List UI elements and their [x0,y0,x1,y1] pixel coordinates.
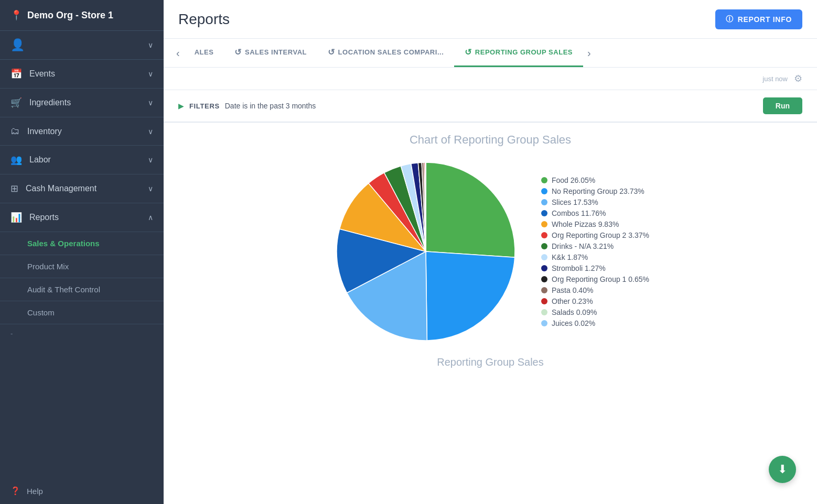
legend-item: Org Reporting Group 2 3.37% [541,231,649,239]
inventory-chevron-icon: ∨ [148,127,153,136]
chart-legend: Food 26.05%No Reporting Group 23.73%Slic… [541,176,649,327]
legend-color-dot [541,265,547,271]
user-icon: 👤 [10,38,25,52]
sidebar-sub-item-custom[interactable]: Custom [0,301,164,324]
location-icon: 📍 [10,9,22,21]
inventory-icon: 🗂 [10,126,20,137]
main-content: Reports ⓘ REPORT INFO ‹ ALES ↺ SALES INT… [164,0,817,504]
legend-item: Other 0.23% [541,297,649,305]
sidebar-item-label: Inventory [27,127,62,136]
sidebar-item-label: Reports [29,213,59,222]
sidebar: 📍 Demo Org - Store 1 👤 ∨ 📅 Events ∨ 🛒 In… [0,0,164,504]
filter-expand-icon[interactable]: ▶ [178,102,184,110]
sidebar-sub-item-sales-operations[interactable]: Sales & Operations [0,232,164,255]
topbar: Reports ⓘ REPORT INFO [164,0,817,39]
refresh-icon-1: ↺ [234,47,242,57]
cash-icon: ⊞ [10,183,18,194]
pie-chart [331,157,520,346]
filter-value: Date is in the past 3 months [225,102,316,110]
events-icon: 📅 [10,68,22,80]
tab-prev-button[interactable]: ‹ [172,41,184,65]
user-row[interactable]: 👤 ∨ [0,31,164,60]
sidebar-item-label: Cash Management [26,184,96,193]
legend-color-dot [541,298,547,304]
legend-color-dot [541,210,547,216]
legend-item: Food 26.05% [541,176,649,184]
download-button[interactable]: ⬇ [769,456,796,483]
legend-color-dot [541,188,547,194]
labor-chevron-icon: ∨ [148,156,153,164]
tab-reporting-group-sales[interactable]: ↺ REPORTING GROUP SALES [454,39,583,67]
tab-sales-interval-label: SALES INTERVAL [245,48,307,56]
sidebar-item-inventory[interactable]: 🗂 Inventory ∨ [0,117,164,146]
tab-location-sales-label: LOCATION SALES COMPARI... [338,48,444,56]
sidebar-item-label: Ingredients [29,98,71,107]
legend-item: Drinks - N/A 3.21% [541,242,649,250]
legend-color-dot [541,309,547,315]
refresh-icon-2: ↺ [328,47,335,57]
legend-item: K&k 1.87% [541,253,649,261]
sidebar-item-ingredients[interactable]: 🛒 Ingredients ∨ [0,89,164,117]
sidebar-item-labor[interactable]: 👥 Labor ∨ [0,146,164,174]
tab-reporting-group-sales-label: REPORTING GROUP SALES [475,48,573,56]
sidebar-item-label: Events [29,69,55,79]
legend-color-dot [541,276,547,282]
legend-item: Org Reporting Group 1 0.65% [541,275,649,283]
legend-color-dot [541,221,547,227]
tab-ales[interactable]: ALES [184,40,224,66]
timestamp: just now [762,75,788,83]
legend-item: Juices 0.02% [541,319,649,327]
settings-button[interactable]: ⚙ [794,73,802,84]
legend-item: Whole Pizzas 9.83% [541,220,649,228]
reports-icon: 📊 [10,212,22,223]
reports-chevron-icon: ∧ [148,213,153,222]
legend-color-dot [541,177,547,183]
tab-ales-label: ALES [195,48,214,56]
filter-bar: ▶ FILTERS Date is in the past 3 months R… [164,90,817,123]
sidebar-item-reports[interactable]: 📊 Reports ∧ [0,203,164,232]
report-info-button[interactable]: ⓘ REPORT INFO [715,9,802,29]
sidebar-item-label: Labor [29,155,51,165]
sidebar-sub-item-product-mix[interactable]: Product Mix [0,255,164,278]
legend-item: Stromboli 1.27% [541,264,649,272]
run-button[interactable]: Run [763,97,802,114]
org-name: Demo Org - Store 1 [27,10,113,21]
sidebar-divider: - [0,324,164,339]
user-chevron-icon: ∨ [148,41,153,49]
download-icon: ⬇ [778,463,787,476]
pie-chart-svg [331,157,520,346]
chart-title: Chart of Reporting Group Sales [410,133,571,147]
chart-container: Food 26.05%No Reporting Group 23.73%Slic… [185,157,796,346]
sidebar-sub-item-audit-theft[interactable]: Audit & Theft Control [0,278,164,301]
legend-color-dot [541,320,547,326]
page-title: Reports [178,11,230,28]
legend-item: Salads 0.09% [541,308,649,316]
chart-content-area: Chart of Reporting Group Sales Food 26.0… [164,123,817,504]
refresh-icon-3: ↺ [465,47,472,57]
sidebar-item-events[interactable]: 📅 Events ∨ [0,60,164,89]
help-icon: ❓ [10,486,20,496]
tab-bar: ‹ ALES ↺ SALES INTERVAL ↺ LOCATION SALES… [164,39,817,68]
legend-color-dot [541,199,547,205]
chart-subtitle: Reporting Group Sales [437,356,543,368]
cash-chevron-icon: ∨ [148,184,153,193]
filter-label: FILTERS [189,102,220,110]
sidebar-item-cash-management[interactable]: ⊞ Cash Management ∨ [0,174,164,203]
sidebar-item-help[interactable]: ❓ Help [0,478,164,504]
legend-color-dot [541,287,547,293]
tab-next-button[interactable]: › [583,41,595,65]
ingredients-icon: 🛒 [10,97,22,108]
legend-color-dot [541,232,547,238]
legend-item: Pasta 0.40% [541,286,649,294]
legend-color-dot [541,243,547,249]
legend-item: Combos 11.76% [541,209,649,217]
events-chevron-icon: ∨ [148,70,153,78]
legend-item: No Reporting Group 23.73% [541,187,649,195]
toolbar-row: just now ⚙ [164,68,817,90]
labor-icon: 👥 [10,154,22,166]
tab-sales-interval[interactable]: ↺ SALES INTERVAL [224,39,317,67]
legend-item: Slices 17.53% [541,198,649,206]
tab-location-sales[interactable]: ↺ LOCATION SALES COMPARI... [317,39,454,67]
ingredients-chevron-icon: ∨ [148,98,153,107]
sidebar-header: 📍 Demo Org - Store 1 [0,0,164,31]
